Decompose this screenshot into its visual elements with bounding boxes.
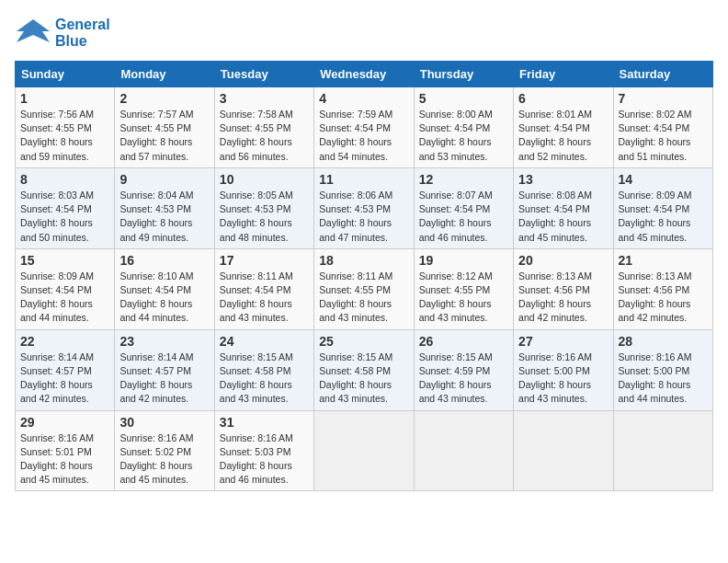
calendar-cell: 30Sunrise: 8:16 AMSunset: 5:02 PMDayligh… <box>115 410 214 491</box>
calendar-row: 22Sunrise: 8:14 AMSunset: 4:57 PMDayligh… <box>16 329 713 410</box>
day-number: 19 <box>419 253 508 268</box>
weekday-header: Friday <box>514 62 613 87</box>
day-detail: Sunrise: 7:58 AMSunset: 4:55 PMDaylight:… <box>220 108 309 164</box>
calendar-cell: 27Sunrise: 8:16 AMSunset: 5:00 PMDayligh… <box>514 329 613 410</box>
calendar-cell <box>314 410 414 491</box>
calendar-cell: 31Sunrise: 8:16 AMSunset: 5:03 PMDayligh… <box>214 410 313 491</box>
calendar-cell: 17Sunrise: 8:11 AMSunset: 4:54 PMDayligh… <box>214 248 313 329</box>
day-number: 31 <box>220 415 309 430</box>
day-detail: Sunrise: 8:11 AMSunset: 4:54 PMDaylight:… <box>220 270 309 326</box>
calendar-table: SundayMondayTuesdayWednesdayThursdayFrid… <box>15 61 713 491</box>
weekday-header: Thursday <box>414 62 513 87</box>
calendar-cell <box>514 410 613 491</box>
day-number: 22 <box>20 334 109 349</box>
day-detail: Sunrise: 8:15 AMSunset: 4:59 PMDaylight:… <box>419 350 508 407</box>
day-number: 11 <box>319 172 408 187</box>
calendar-cell: 12Sunrise: 8:07 AMSunset: 4:54 PMDayligh… <box>414 167 513 248</box>
day-number: 7 <box>619 91 708 106</box>
calendar-cell: 29Sunrise: 8:16 AMSunset: 5:01 PMDayligh… <box>16 410 115 491</box>
calendar-cell: 26Sunrise: 8:15 AMSunset: 4:59 PMDayligh… <box>414 329 513 410</box>
day-number: 25 <box>319 334 408 349</box>
day-number: 1 <box>20 91 109 106</box>
calendar-cell: 6Sunrise: 8:01 AMSunset: 4:54 PMDaylight… <box>514 87 613 168</box>
day-number: 18 <box>319 253 408 268</box>
day-number: 9 <box>119 172 209 187</box>
weekday-header: Wednesday <box>314 62 414 87</box>
day-number: 29 <box>20 415 109 430</box>
calendar-cell: 4Sunrise: 7:59 AMSunset: 4:54 PMDaylight… <box>314 87 414 168</box>
day-detail: Sunrise: 7:57 AMSunset: 4:55 PMDaylight:… <box>119 108 209 164</box>
calendar-cell: 22Sunrise: 8:14 AMSunset: 4:57 PMDayligh… <box>16 329 115 410</box>
day-detail: Sunrise: 8:16 AMSunset: 5:03 PMDaylight:… <box>220 431 309 488</box>
day-detail: Sunrise: 8:13 AMSunset: 4:56 PMDaylight:… <box>619 270 708 326</box>
calendar-cell: 14Sunrise: 8:09 AMSunset: 4:54 PMDayligh… <box>613 167 712 248</box>
day-detail: Sunrise: 8:16 AMSunset: 5:02 PMDaylight:… <box>119 431 209 488</box>
day-detail: Sunrise: 8:04 AMSunset: 4:53 PMDaylight:… <box>119 189 209 245</box>
day-detail: Sunrise: 8:16 AMSunset: 5:00 PMDaylight:… <box>518 350 608 407</box>
day-number: 24 <box>220 334 309 349</box>
calendar-cell: 8Sunrise: 8:03 AMSunset: 4:54 PMDaylight… <box>16 167 115 248</box>
day-number: 5 <box>419 91 508 106</box>
day-number: 26 <box>419 334 508 349</box>
day-detail: Sunrise: 8:13 AMSunset: 4:56 PMDaylight:… <box>518 270 608 326</box>
weekday-header: Monday <box>115 62 214 87</box>
day-number: 14 <box>619 172 708 187</box>
calendar-cell: 23Sunrise: 8:14 AMSunset: 4:57 PMDayligh… <box>115 329 214 410</box>
day-detail: Sunrise: 8:07 AMSunset: 4:54 PMDaylight:… <box>419 189 508 245</box>
logo: General Blue <box>15 15 110 52</box>
calendar-row: 8Sunrise: 8:03 AMSunset: 4:54 PMDaylight… <box>16 167 713 248</box>
weekday-header: Sunday <box>16 62 115 87</box>
calendar-cell <box>613 410 712 491</box>
day-number: 12 <box>419 172 508 187</box>
day-number: 27 <box>518 334 608 349</box>
calendar-cell: 2Sunrise: 7:57 AMSunset: 4:55 PMDaylight… <box>115 87 214 168</box>
calendar-cell: 20Sunrise: 8:13 AMSunset: 4:56 PMDayligh… <box>514 248 613 329</box>
day-number: 2 <box>119 91 209 106</box>
day-detail: Sunrise: 8:05 AMSunset: 4:53 PMDaylight:… <box>220 189 309 245</box>
calendar-row: 1Sunrise: 7:56 AMSunset: 4:55 PMDaylight… <box>16 87 713 168</box>
day-detail: Sunrise: 8:03 AMSunset: 4:54 PMDaylight:… <box>20 189 109 245</box>
day-number: 15 <box>20 253 109 268</box>
day-detail: Sunrise: 8:14 AMSunset: 4:57 PMDaylight:… <box>20 350 109 407</box>
day-number: 20 <box>518 253 608 268</box>
svg-marker-0 <box>17 19 50 42</box>
calendar-cell: 21Sunrise: 8:13 AMSunset: 4:56 PMDayligh… <box>613 248 712 329</box>
calendar-cell: 18Sunrise: 8:11 AMSunset: 4:55 PMDayligh… <box>314 248 414 329</box>
day-detail: Sunrise: 7:59 AMSunset: 4:54 PMDaylight:… <box>319 108 408 164</box>
calendar-cell: 9Sunrise: 8:04 AMSunset: 4:53 PMDaylight… <box>115 167 214 248</box>
weekday-header-row: SundayMondayTuesdayWednesdayThursdayFrid… <box>16 62 713 87</box>
day-detail: Sunrise: 7:56 AMSunset: 4:55 PMDaylight:… <box>20 108 109 164</box>
day-number: 17 <box>220 253 309 268</box>
day-detail: Sunrise: 8:15 AMSunset: 4:58 PMDaylight:… <box>220 350 309 407</box>
calendar-cell: 13Sunrise: 8:08 AMSunset: 4:54 PMDayligh… <box>514 167 613 248</box>
calendar-cell: 28Sunrise: 8:16 AMSunset: 5:00 PMDayligh… <box>613 329 712 410</box>
day-number: 23 <box>119 334 209 349</box>
day-number: 3 <box>220 91 309 106</box>
calendar-cell: 7Sunrise: 8:02 AMSunset: 4:54 PMDaylight… <box>613 87 712 168</box>
day-number: 13 <box>518 172 608 187</box>
day-detail: Sunrise: 8:09 AMSunset: 4:54 PMDaylight:… <box>20 270 109 326</box>
day-detail: Sunrise: 8:10 AMSunset: 4:54 PMDaylight:… <box>119 270 209 326</box>
day-detail: Sunrise: 8:16 AMSunset: 5:00 PMDaylight:… <box>619 350 708 407</box>
day-detail: Sunrise: 8:16 AMSunset: 5:01 PMDaylight:… <box>20 431 109 488</box>
page-header: General Blue <box>15 15 713 52</box>
day-number: 30 <box>119 415 209 430</box>
calendar-cell: 1Sunrise: 7:56 AMSunset: 4:55 PMDaylight… <box>16 87 115 168</box>
calendar-cell: 19Sunrise: 8:12 AMSunset: 4:55 PMDayligh… <box>414 248 513 329</box>
calendar-cell: 10Sunrise: 8:05 AMSunset: 4:53 PMDayligh… <box>214 167 313 248</box>
day-number: 21 <box>619 253 708 268</box>
day-detail: Sunrise: 8:09 AMSunset: 4:54 PMDaylight:… <box>619 189 708 245</box>
day-number: 4 <box>319 91 408 106</box>
day-detail: Sunrise: 8:06 AMSunset: 4:53 PMDaylight:… <box>319 189 408 245</box>
day-detail: Sunrise: 8:12 AMSunset: 4:55 PMDaylight:… <box>419 270 508 326</box>
calendar-cell <box>414 410 513 491</box>
calendar-cell: 11Sunrise: 8:06 AMSunset: 4:53 PMDayligh… <box>314 167 414 248</box>
day-number: 8 <box>20 172 109 187</box>
calendar-cell: 25Sunrise: 8:15 AMSunset: 4:58 PMDayligh… <box>314 329 414 410</box>
day-detail: Sunrise: 8:11 AMSunset: 4:55 PMDaylight:… <box>319 270 408 326</box>
weekday-header: Tuesday <box>214 62 313 87</box>
calendar-row: 15Sunrise: 8:09 AMSunset: 4:54 PMDayligh… <box>16 248 713 329</box>
calendar-cell: 24Sunrise: 8:15 AMSunset: 4:58 PMDayligh… <box>214 329 313 410</box>
day-detail: Sunrise: 8:00 AMSunset: 4:54 PMDaylight:… <box>419 108 508 164</box>
calendar-cell: 15Sunrise: 8:09 AMSunset: 4:54 PMDayligh… <box>16 248 115 329</box>
